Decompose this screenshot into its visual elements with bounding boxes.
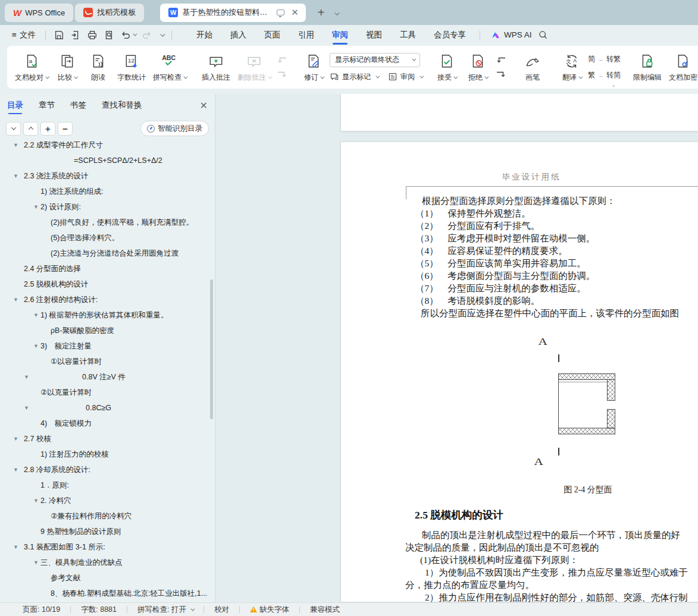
outline-item[interactable]: ▼2.6 注射模的结构设计: xyxy=(0,292,210,307)
undo-button[interactable] xyxy=(117,28,139,42)
menu-tab-page[interactable]: 页面 xyxy=(255,26,289,44)
outline-item[interactable]: ▼3.1 装配图如图 3-1 所示: xyxy=(0,539,210,555)
dropdown-chevron-icon[interactable] xyxy=(45,75,49,79)
outline-item[interactable]: ②兼有拉料作用的冷料穴 xyxy=(0,508,210,524)
accept-revision-button[interactable]: 接受 xyxy=(432,51,462,84)
traditional-to-simplified-button[interactable]: 繁→ 转简 xyxy=(588,70,621,80)
encrypt-document-button[interactable]: 文档加密 xyxy=(666,51,698,84)
outline-item[interactable]: 1) 浇注系统的组成: xyxy=(0,184,210,199)
dropdown-chevron-icon[interactable] xyxy=(420,74,424,78)
outline-item[interactable]: ▼0.8V 注≥V 件 xyxy=(0,369,210,385)
collapse-triangle-icon[interactable]: ▼ xyxy=(33,493,39,508)
search-button[interactable] xyxy=(535,28,551,42)
collapse-triangle-icon[interactable]: ▼ xyxy=(13,137,18,153)
undo-dropdown-chevron-icon[interactable] xyxy=(133,32,137,36)
word-count-button[interactable]: 12 字数统计 xyxy=(114,51,149,84)
doc-proofread-button[interactable]: a 文档校对 xyxy=(12,51,51,84)
sidebar-tab-contents[interactable]: 目录 xyxy=(7,95,23,115)
track-changes-button[interactable]: 修订 xyxy=(299,51,328,84)
group-expander-icon[interactable]: ⌟ xyxy=(612,81,615,87)
translate-button[interactable]: 文A 翻译 xyxy=(557,51,587,84)
outline-item[interactable]: ▼1) 根据塑件的形状估算其体积和重量。 xyxy=(0,307,210,323)
menu-tab-review[interactable]: 审阅 xyxy=(323,26,357,44)
next-revision-icon[interactable] xyxy=(496,70,506,78)
menu-tab-home[interactable]: 开始 xyxy=(187,26,221,44)
print-button[interactable] xyxy=(84,28,101,42)
outline-item[interactable]: 1．原则: xyxy=(0,477,210,493)
pen-button[interactable]: 画笔 xyxy=(518,51,547,84)
new-tab-button[interactable]: + xyxy=(314,6,328,20)
insert-comment-button[interactable]: 插入批注 xyxy=(199,51,233,84)
spellcheck-toggle[interactable]: 拼写检查: 打开 xyxy=(127,605,204,615)
show-markup-button[interactable]: 显示标记 xyxy=(330,72,378,82)
restrict-editing-button[interactable]: 限制编辑 xyxy=(630,51,665,84)
outline-item[interactable]: =SCPLS+SCPΔ/2+LS+Δ/2 xyxy=(0,153,210,168)
file-menu-button[interactable]: ≡ 文件 xyxy=(7,30,40,40)
menu-tab-insert[interactable]: 插入 xyxy=(221,26,255,44)
outline-item[interactable]: ▼2) 设计原则: xyxy=(0,199,210,215)
collapse-all-button[interactable] xyxy=(23,122,38,136)
wps-ai-button[interactable]: WPS AI xyxy=(491,30,532,40)
sidebar-tab-chapters[interactable]: 章节 xyxy=(39,95,55,115)
collapse-triangle-icon[interactable]: ▼ xyxy=(24,400,29,416)
dropdown-chevron-icon[interactable] xyxy=(74,75,78,79)
simplified-to-traditional-button[interactable]: 简→ 转繁 xyxy=(588,54,621,64)
print-preview-button[interactable] xyxy=(101,28,117,42)
page-indicator[interactable]: 页面: 10/19 xyxy=(23,605,70,615)
outline-item[interactable]: ②以克量计算时 xyxy=(0,385,210,400)
outline-item[interactable]: (2)排气良好，使料流平稳，顺利充满型腔。 xyxy=(0,215,210,230)
previous-revision-icon[interactable] xyxy=(496,56,506,64)
tab-list-chevron-icon[interactable] xyxy=(333,8,338,17)
dropdown-chevron-icon[interactable] xyxy=(320,75,324,79)
outline-item[interactable]: 8、杨春柏.塑料成型基础.北京:轻工业出版社,1... xyxy=(0,586,210,601)
outline-item[interactable]: ρB-聚碳酸脂的密度 xyxy=(0,323,210,338)
dropdown-chevron-icon[interactable] xyxy=(183,75,187,79)
outline-item[interactable]: (5)合理选择冷料穴。 xyxy=(0,230,210,246)
outline-item[interactable]: ▼0.8C≥G xyxy=(0,400,210,416)
delete-comment-button[interactable]: 删除批注 xyxy=(234,51,274,84)
tab-docer-templates[interactable]: 找稻壳模板 xyxy=(75,4,144,22)
reject-revision-button[interactable]: 拒绝 xyxy=(463,51,493,84)
dropdown-chevron-icon[interactable] xyxy=(453,75,458,79)
collapse-triangle-icon[interactable]: ▼ xyxy=(13,431,18,447)
collapse-triangle-icon[interactable]: ▼ xyxy=(24,369,29,385)
menu-tab-reference[interactable]: 引用 xyxy=(289,26,323,44)
collapse-triangle-icon[interactable]: ▼ xyxy=(33,307,39,323)
expand-all-button[interactable] xyxy=(6,122,21,136)
dropdown-chevron-icon[interactable] xyxy=(578,75,583,79)
redo-button[interactable] xyxy=(139,28,155,42)
outline-item[interactable]: 参考文献 xyxy=(0,570,210,586)
current-page[interactable]: 毕业设计用纸 根据分型面选择原则分型面选择遵循以下原则：（1） 保持塑件外观整洁… xyxy=(340,142,698,602)
previous-comment-icon[interactable] xyxy=(277,56,287,64)
menu-tab-view[interactable]: 视图 xyxy=(357,26,391,44)
open-in-window-icon[interactable] xyxy=(277,10,284,15)
outline-item[interactable]: 2.4 分型面的选择 xyxy=(0,261,210,276)
outline-item[interactable]: (2)主浇道与分浇道结合处采用圆角过渡 xyxy=(0,246,210,261)
menu-tab-tools[interactable]: 工具 xyxy=(391,26,425,44)
outline-item[interactable]: ①以容量计算时 xyxy=(0,354,210,369)
outline-item[interactable]: ▼2.7 校核 xyxy=(0,431,210,447)
review-mode-button[interactable]: 审阅 xyxy=(388,72,422,82)
zoom-in-outline-button[interactable]: + xyxy=(40,122,55,136)
export-pdf-button[interactable] xyxy=(67,28,84,42)
collapse-triangle-icon[interactable]: ▼ xyxy=(33,199,39,215)
outline-item[interactable]: 1) 注射压力的的校核 xyxy=(0,447,210,462)
spell-check-button[interactable]: ABC 拼写检查 xyxy=(150,51,189,84)
outline-item[interactable]: 4) 额定锁模力 xyxy=(0,416,210,431)
outline-item[interactable]: ▼2.2 成型零件的工作尺寸 xyxy=(0,137,210,153)
tab-current-document[interactable]: W 基于热塑性的按钮塑料注塑模 ✕ xyxy=(160,4,306,22)
outline-item[interactable]: 2.5 脱模机构的设计 xyxy=(0,276,210,292)
outline-item[interactable]: ▼3) 额定注射量 xyxy=(0,338,210,354)
outline-item[interactable]: ▼2.3 浇注系统的设计 xyxy=(0,168,210,184)
sidebar-scrollbar-thumb[interactable] xyxy=(210,279,213,419)
outline-item[interactable]: ▼三、模具制造业的优缺点 xyxy=(0,555,210,570)
collapse-triangle-icon[interactable]: ▼ xyxy=(13,292,18,307)
missing-font-warning[interactable]: 缺失字体 xyxy=(240,605,299,615)
smart-identify-toc-button[interactable]: 智能识别目录 xyxy=(140,121,209,136)
proofread-button[interactable]: 校对 xyxy=(204,605,239,615)
toolbar-more-chevron-icon[interactable] xyxy=(155,32,167,39)
tab-wps-home[interactable]: W WPS Office xyxy=(5,4,73,22)
close-tab-icon[interactable]: ✕ xyxy=(289,7,301,18)
save-button[interactable] xyxy=(51,28,67,42)
collapse-triangle-icon[interactable]: ▼ xyxy=(13,539,18,555)
